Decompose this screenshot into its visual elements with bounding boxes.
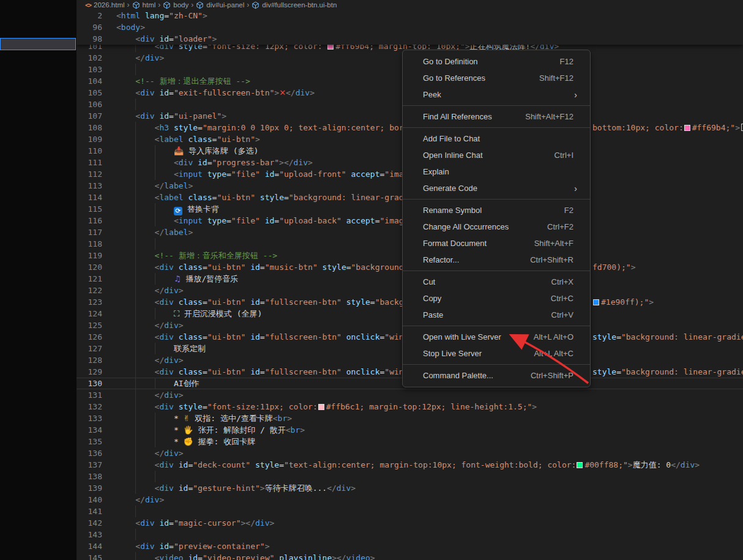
breadcrumb-label: div#fullscreen-btn.ui-btn: [262, 1, 337, 9]
code-line-142[interactable]: 142<div id="magic-cursor"></div>: [77, 517, 743, 529]
code-line-141[interactable]: 141: [77, 506, 743, 517]
menu-item-label: Paste: [423, 310, 551, 319]
menu-item-command-palette[interactable]: Command Palette...Ctrl+Shift+P: [403, 367, 590, 384]
code-tokens: <label class="ui-btn" style="background:…: [116, 192, 404, 203]
code-line-139[interactable]: 139<div id="gesture-hint">等待卡牌召唤...</div…: [77, 482, 743, 494]
menu-item-generate-code[interactable]: Generate Code›: [403, 180, 590, 196]
menu-item-label: Open Inline Chat: [423, 151, 554, 160]
breadcrumb-label: html: [143, 1, 156, 9]
code-line-143[interactable]: 143: [77, 529, 743, 540]
code-token: fd700);": [592, 263, 631, 272]
menu-item-explain[interactable]: Explain: [403, 163, 590, 180]
code-token: div: [140, 518, 154, 528]
code-line-131[interactable]: 131</div>: [77, 389, 743, 401]
code-token: [260, 170, 265, 179]
menu-item-go-to-definition[interactable]: Go to DefinitionF12: [403, 53, 590, 70]
color-swatch[interactable]: [593, 299, 599, 305]
code-token: div: [140, 88, 154, 97]
breadcrumb-item[interactable]: <>2026.html: [85, 1, 125, 9]
sticky-lines[interactable]: 2<html lang="zh-CN">96<body>98<div id="l…: [77, 10, 743, 45]
code-line-content: <div id="preview-container">: [116, 540, 743, 552]
code-token: [342, 216, 346, 225]
code-line-98[interactable]: 98<div id="loader">: [77, 33, 743, 45]
menu-item-refactor[interactable]: Refactor...Ctrl+Shift+R: [403, 252, 590, 268]
code-tokens: * ✊ 握拳: 收回卡牌: [116, 436, 255, 447]
menu-item-shortcut: F12: [560, 57, 573, 66]
code-token: id: [265, 216, 275, 225]
code-token: </: [155, 286, 165, 295]
breadcrumb-item[interactable]: body: [163, 1, 189, 9]
code-token: >: [300, 425, 305, 435]
code-line-137[interactable]: 137<div id="deck-count" style="text-alig…: [77, 459, 743, 471]
code-token: </: [155, 390, 165, 400]
code-line-135[interactable]: 135* ✊ 握拳: 收回卡牌: [77, 436, 743, 447]
menu-item-open-with-live-server[interactable]: Open with Live ServerAlt+L Alt+O: [403, 329, 590, 345]
x-mark-emoji: ✕: [279, 88, 286, 97]
color-swatch[interactable]: [318, 404, 324, 410]
panel-selected-item[interactable]: [0, 38, 76, 50]
code-token: =: [370, 297, 375, 307]
code-line-133[interactable]: 133* ✌ 双指: 选中/查看卡牌<br>: [77, 413, 743, 424]
line-number: 108: [77, 122, 102, 133]
code-line-140[interactable]: 140</div>: [77, 494, 743, 506]
symbol-cube-icon: [252, 1, 259, 9]
code-token: [140, 11, 145, 20]
indent-guide-line: [155, 168, 155, 180]
code-token: "ima: [384, 170, 403, 179]
indent-guide-line: [155, 471, 155, 482]
code-token: "imag: [380, 216, 404, 225]
menu-item-open-inline-chat[interactable]: Open Inline ChatCtrl+I: [403, 147, 590, 163]
menu-item-cut[interactable]: CutCtrl+X: [403, 274, 590, 290]
code-token: =: [169, 88, 174, 97]
menu-item-peek[interactable]: Peek›: [403, 86, 590, 103]
code-token: =: [198, 553, 203, 560]
code-line-2[interactable]: 2<html lang="zh-CN">: [77, 10, 743, 21]
code-line-134[interactable]: 134* 🖐 张开: 解除封印 / 散开<br>: [77, 424, 743, 436]
breadcrumb-item[interactable]: div#fullscreen-btn.ui-btn: [252, 1, 337, 9]
open-hand-emoji: 🖐: [184, 425, 193, 435]
code-token: [255, 193, 260, 202]
code-token: label: [164, 228, 188, 237]
breadcrumb-item[interactable]: div#ui-panel: [196, 1, 244, 9]
menu-item-label: Format Document: [423, 239, 534, 248]
code-token: >: [260, 483, 265, 493]
color-swatch[interactable]: [577, 462, 583, 468]
indent-guide-line: [135, 506, 136, 517]
color-swatch[interactable]: [684, 125, 690, 131]
menu-item-shortcut: Alt+L Alt+O: [534, 332, 573, 342]
menu-item-label: Cut: [423, 277, 551, 286]
menu-item-format-document[interactable]: Format DocumentShift+Alt+F: [403, 235, 590, 252]
code-tokens: </div>: [116, 319, 184, 331]
code-token: =: [198, 123, 203, 132]
vscode-window: 101<div style="font-size: 12px; color: #…: [0, 0, 743, 560]
menu-item-copy[interactable]: CopyCtrl+C: [403, 290, 590, 307]
code-token: >: [310, 88, 315, 97]
menu-item-change-all-occurrences[interactable]: Change All OccurrencesCtrl+F2: [403, 218, 590, 235]
line-number: 138: [77, 471, 102, 482]
code-token: =: [169, 542, 174, 551]
menu-item-stop-live-server[interactable]: Stop Live ServerAlt+L Alt+C: [403, 345, 590, 362]
code-token: id: [265, 170, 275, 179]
line-number: 104: [77, 75, 102, 87]
code-token: [245, 332, 250, 342]
menu-item-paste[interactable]: PasteCtrl+V: [403, 307, 590, 323]
code-line-138[interactable]: 138: [77, 471, 743, 482]
code-token: *: [174, 437, 184, 446]
menu-item-add-file-to-chat[interactable]: Add File to Chat: [403, 130, 590, 147]
menu-item-find-all-references[interactable]: Find All ReferencesShift+Alt+F12: [403, 108, 590, 125]
code-token: div: [296, 88, 310, 97]
code-line-144[interactable]: 144<div id="preview-container">: [77, 540, 743, 552]
code-token: div: [159, 460, 173, 469]
code-line-145[interactable]: 145<video id="video-preview" playsinline…: [77, 552, 743, 560]
code-line-132[interactable]: 132<div style="font-size:11px; color:#ff…: [77, 401, 743, 413]
line-number: 112: [77, 168, 102, 180]
indent-guide-line: [135, 168, 136, 180]
code-token: "ui-panel": [174, 111, 222, 121]
breadcrumb-separator-icon: ›: [247, 1, 249, 9]
menu-item-rename-symbol[interactable]: Rename SymbolF2: [403, 202, 590, 218]
breadcrumb-item[interactable]: html: [132, 1, 156, 9]
code-line-136[interactable]: 136</div>: [77, 447, 743, 459]
menu-item-go-to-references[interactable]: Go to ReferencesShift+F12: [403, 70, 590, 86]
code-line-96[interactable]: 96<body>: [77, 21, 743, 33]
code-token: br: [291, 425, 301, 435]
